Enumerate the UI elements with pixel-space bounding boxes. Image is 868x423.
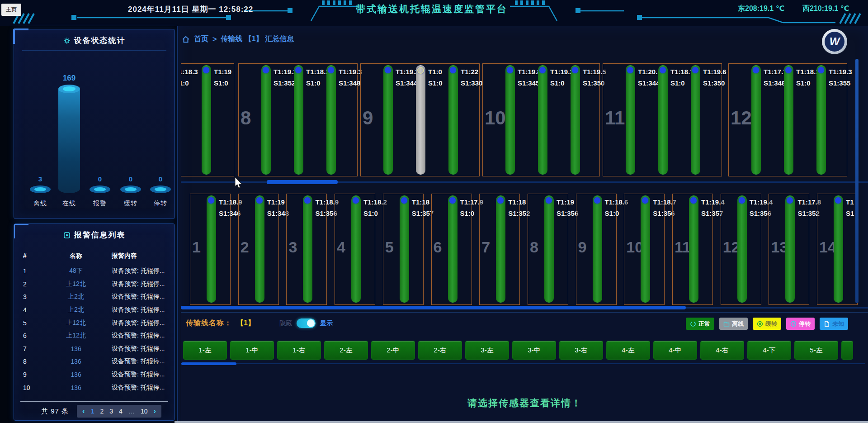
display-toggle[interactable] [297, 318, 316, 328]
speed-label: S1:0 [214, 79, 228, 87]
home-tab[interactable]: 主页 [1, 4, 21, 16]
horizontal-scrollbar-top[interactable] [181, 180, 868, 185]
table-row[interactable]: 10 136 设备预警: 托辊停... [23, 381, 170, 394]
sensor-group: 13 T1:17.8 S1:352 [769, 194, 809, 305]
sensor-bar[interactable]: T1:19 S1:0 [202, 65, 211, 175]
device-status-title-row: 设备状态统计 [14, 29, 175, 46]
sensor-bar[interactable]: T1:18.7 S1:0 [658, 65, 668, 175]
sensor-bar[interactable]: T1:19.4 S1:356 [737, 195, 747, 303]
stat-label: 离线 [33, 200, 47, 209]
sensor-select-button[interactable]: 3-左 [465, 341, 509, 360]
page-button[interactable]: 10 [141, 408, 148, 415]
sensor-select-button[interactable]: 4-右 [700, 341, 744, 360]
sensor-select-button[interactable]: 2-左 [324, 341, 368, 360]
sensor-bar[interactable]: T1:18 S1:357 [400, 195, 409, 303]
table-row[interactable]: 2 上12北 设备预警: 托辊停... [23, 278, 170, 291]
line-name-label: 传输线名称： [186, 318, 232, 328]
sensor-select-button[interactable]: 4-中 [653, 341, 697, 360]
sensor-bar[interactable]: T1:19 S1:356 [544, 195, 554, 303]
page-button[interactable]: 4 [119, 408, 123, 415]
sensor-bar[interactable]: T1:18.9 S1:346 [207, 195, 216, 303]
temperature-label: T1:18 [508, 198, 526, 206]
page-button[interactable]: 3 [109, 408, 113, 415]
sensor-select-button[interactable]: 1-右 [277, 341, 321, 360]
table-row[interactable]: 3 上2北 设备预警: 托辊停... [23, 290, 170, 304]
prev-page-button[interactable]: ‹ [82, 407, 85, 416]
page-button: … [128, 408, 135, 415]
row-content: 设备预警: 托辊停... [112, 345, 170, 353]
sensor-bar[interactable]: T1:20.1 S1:344 [626, 65, 635, 175]
table-row[interactable]: 5 上12北 设备预警: 托辊停... [23, 316, 170, 329]
breadcrumb-home[interactable]: 首页 [194, 34, 208, 44]
sensor-bar[interactable]: T1:18.2 S1:0 [351, 195, 361, 303]
sensor-select-button[interactable]: 3-右 [559, 341, 603, 360]
sensor-bar[interactable]: T1:19.5 S1:350 [571, 65, 580, 175]
sensor-group: 12 T1:17.7 S1:348 T1:18.1 S1:0 T1:19.3 S… [728, 63, 847, 176]
table-row[interactable]: 9 136 设备预警: 托辊停... [23, 368, 170, 381]
sensor-select-button[interactable]: 4-下 [747, 341, 791, 360]
header-datetime: 2024年11月11日 星期一 12:58:22 [128, 4, 253, 14]
sensor-bar[interactable]: T1:18.7 S1:356 [641, 195, 650, 303]
device-status-panel: 设备状态统计 3 离线 169 在线 0 报警 0 缓转 0 停转 [14, 29, 175, 219]
page-button[interactable]: 2 [100, 408, 104, 415]
table-row[interactable]: 7 136 设备预警: 托辊停... [23, 342, 170, 356]
row-name: 48下 [40, 267, 112, 275]
sensor-group: 10 T1:18.7 S1:356 [624, 194, 665, 305]
temperature-label: T1:18 [412, 198, 429, 206]
sensor-select-button[interactable]: 2-中 [371, 341, 415, 360]
scrollbar-thumb[interactable] [181, 362, 236, 365]
sensor-bar[interactable]: T1:18.1 S1:0 [784, 65, 793, 175]
speed-label: S1:0 [605, 209, 619, 217]
sensor-select-button[interactable]: 5-左 [794, 341, 838, 360]
sensor-bar[interactable]: T1:19.4 S1:357 [689, 195, 698, 303]
table-row[interactable]: 6 上12北 设备预警: 托辊停... [23, 329, 170, 342]
sensor-bar[interactable]: T1 S1 [834, 195, 843, 303]
table-row[interactable]: 1 48下 设备预警: 托辊停... [23, 265, 170, 278]
sensor-bar[interactable]: T1:18.6 S1:0 [593, 195, 602, 303]
sensor-bar[interactable]: T1:18 S1:352 [496, 195, 505, 303]
horizontal-scrollbar-bottom[interactable] [181, 306, 868, 310]
vertical-scrollbar[interactable] [855, 59, 859, 303]
group-number: 3 [288, 238, 297, 256]
sensor-select-button[interactable]: 1-中 [230, 341, 274, 360]
temperature-label: T1:19.3 [829, 68, 852, 76]
sensor-bar[interactable]: T1:19.1 S1:352 [261, 65, 271, 175]
horizontal-scrollbar-buttons[interactable] [181, 362, 865, 366]
legend-button[interactable]: 离线 [719, 318, 748, 330]
row-name: 上12北 [40, 319, 112, 327]
sensor-bar[interactable]: T1:17.7 S1:348 [751, 65, 761, 175]
sensor-bar[interactable]: T1:19.3 S1:348 [326, 65, 336, 175]
sensor-bar[interactable]: T1:18.2 S1:0 [294, 65, 303, 175]
sensor-bar[interactable]: T1:19.2 S1:344 [383, 65, 393, 175]
table-row[interactable]: 8 136 设备预警: 托辊停... [23, 355, 170, 368]
scrollbar-thumb[interactable] [181, 306, 686, 309]
sensor-bar[interactable]: T1:19.6 S1:350 [691, 65, 700, 175]
table-row[interactable]: 4 上2北 设备预警: 托辊停... [23, 304, 170, 317]
scrollbar-thumb[interactable] [267, 180, 338, 184]
legend-button[interactable]: 正常 [686, 318, 714, 330]
page-button[interactable]: 1 [91, 408, 94, 415]
sensor-bar[interactable]: T1:19.2 S1:0 [538, 65, 547, 175]
sensor-group: 9 T1:18.6 S1:0 [576, 194, 617, 305]
sensor-select-button[interactable]: 4-左 [606, 341, 650, 360]
legend-button[interactable]: 缓转 [753, 318, 781, 330]
sensor-select-button-partial[interactable] [841, 341, 853, 360]
sensor-select-button[interactable]: 2-右 [418, 341, 462, 360]
sensor-bar[interactable]: T1:0 S1:0 [416, 65, 425, 175]
temperature-label: T1:20.1 [638, 68, 661, 76]
sensor-select-button[interactable]: 3-中 [512, 341, 556, 360]
sensor-bar[interactable]: T1:17.9 S1:0 [448, 195, 458, 303]
sensor-bar[interactable]: T1:17.8 S1:352 [785, 195, 795, 303]
legend-button[interactable]: 未知 [820, 318, 848, 330]
sensor-bar[interactable]: T1:19.3 S1:355 [816, 65, 826, 175]
stat-value: 0 [129, 175, 132, 183]
sensor-bar[interactable]: T1:19.8 S1:345 [505, 65, 515, 175]
breadcrumb: 首页 > 传输线 【1】 汇总信息 [182, 34, 294, 44]
sensor-dot [449, 197, 456, 204]
next-page-button[interactable]: › [153, 407, 156, 416]
legend-button[interactable]: 停转 [786, 318, 815, 330]
sensor-bar[interactable]: T1:19 S1:348 [255, 195, 264, 303]
sensor-select-button[interactable]: 1-左 [183, 341, 227, 360]
sensor-bar[interactable]: T1:18.9 S1:356 [303, 195, 312, 303]
sensor-bar[interactable]: T1:22 S1:330 [448, 65, 458, 175]
